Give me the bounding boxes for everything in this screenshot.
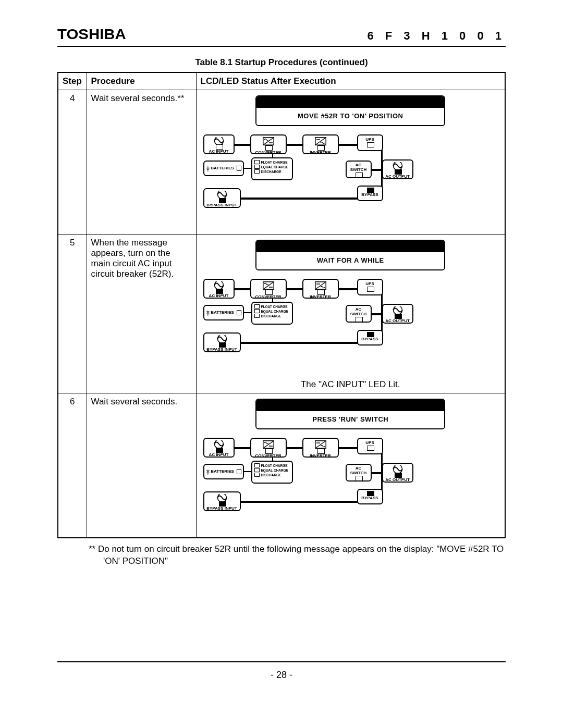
- block-ac-input: AC INPUT: [203, 438, 235, 458]
- svg-line-17: [263, 282, 274, 289]
- block-charge-modes: FLOAT CHARGE EQUAL CHARGE DISCHARGE: [251, 302, 293, 325]
- footnote: ** Do not turn on circuit breaker 52R un…: [89, 544, 506, 567]
- status-cell: MOVE #52R TO 'ON' POSITION AC INPUT CONV…: [196, 90, 505, 235]
- led-batteries: [237, 469, 241, 474]
- block-ups: UPS: [357, 438, 383, 454]
- block-batteries: BATTERIES: [203, 305, 244, 320]
- block-charge-modes: FLOAT CHARGE EQUAL CHARGE DISCHARGE: [251, 157, 293, 180]
- col-step: Step: [58, 72, 87, 90]
- block-bypass-input: BYPASS INPUT: [203, 491, 241, 511]
- status-diagram: WAIT FOR A WHILE AC INPUT CONVERTER INVE…: [201, 240, 501, 375]
- svg-line-2: [263, 138, 274, 145]
- block-ac-input: AC INPUT: [203, 279, 235, 299]
- lcd-display: WAIT FOR A WHILE: [255, 240, 445, 270]
- led-ac-switch: [356, 317, 363, 322]
- block-ups: UPS: [357, 279, 383, 295]
- led-ac-switch: [356, 172, 363, 178]
- block-ac-switch: AC SWITCH: [346, 161, 372, 178]
- svg-line-35: [315, 441, 326, 448]
- status-extra-text: The "AC INPUT" LED Lit.: [201, 379, 501, 390]
- block-ac-switch: AC SWITCH: [346, 464, 372, 482]
- block-batteries: BATTERIES: [203, 161, 244, 176]
- status-cell: WAIT FOR A WHILE AC INPUT CONVERTER INVE…: [196, 235, 505, 393]
- block-ac-switch: AC SWITCH: [346, 305, 372, 323]
- step-cell: 5: [58, 235, 87, 393]
- block-converter: CONVERTER: [250, 279, 287, 299]
- table-caption: Table 8.1 Startup Procedures (continued): [57, 57, 506, 68]
- block-ac-input: AC INPUT: [203, 134, 235, 154]
- block-ac-output: AC OUTPUT: [382, 159, 413, 179]
- lcd-black-bar: [256, 96, 444, 108]
- page-header: TOSHIBA 6 F 3 H 1 0 0 1: [57, 26, 506, 47]
- lcd-display: PRESS 'RUN' SWITCH: [255, 399, 445, 429]
- led-ups: [367, 142, 374, 147]
- led-batteries: [237, 310, 241, 315]
- document-number: 6 F 3 H 1 0 0 1: [367, 29, 506, 43]
- table-row: 4 Wait several seconds.** MOVE #52R TO '…: [58, 90, 505, 235]
- block-ac-output: AC OUTPUT: [382, 463, 413, 483]
- block-inverter: INVERTER: [302, 438, 339, 458]
- led-ac-switch: [356, 476, 363, 481]
- lcd-black-bar: [256, 400, 444, 411]
- procedure-cell: Wait several seconds.: [87, 393, 196, 538]
- lcd-message: PRESS 'RUN' SWITCH: [256, 411, 444, 428]
- lcd-message: MOVE #52R TO 'ON' POSITION: [256, 108, 444, 125]
- lcd-message: WAIT FOR A WHILE: [256, 252, 444, 269]
- step-cell: 4: [58, 90, 87, 235]
- block-inverter: INVERTER: [302, 279, 339, 299]
- table-row: 6 Wait several seconds. PRESS 'RUN' SWIT…: [58, 393, 505, 538]
- procedure-cell: Wait several seconds.**: [87, 90, 196, 235]
- status-diagram: MOVE #52R TO 'ON' POSITION AC INPUT CONV…: [201, 95, 501, 231]
- block-bypass: BYPASS: [357, 186, 383, 201]
- table-row: 5 When the message appears, turn on the …: [58, 235, 505, 393]
- status-cell: PRESS 'RUN' SWITCH AC INPUT CONVERTER IN…: [196, 393, 505, 538]
- page-footer: - 28 -: [57, 661, 506, 681]
- block-converter: CONVERTER: [250, 134, 287, 154]
- col-status: LCD/LED Status After Execution: [196, 72, 505, 90]
- block-bypass: BYPASS: [357, 330, 383, 346]
- status-diagram: PRESS 'RUN' SWITCH AC INPUT CONVERTER IN…: [201, 399, 501, 534]
- block-ups: UPS: [357, 134, 383, 151]
- led-batteries: [237, 166, 241, 171]
- block-inverter: INVERTER: [302, 134, 339, 154]
- block-bypass: BYPASS: [357, 489, 383, 504]
- block-bypass-input: BYPASS INPUT: [203, 188, 241, 208]
- col-procedure: Procedure: [87, 72, 196, 90]
- step-cell: 6: [58, 393, 87, 538]
- svg-line-5: [315, 138, 326, 145]
- brand-logo: TOSHIBA: [57, 26, 126, 43]
- lcd-black-bar: [256, 241, 444, 252]
- block-converter: CONVERTER: [250, 438, 287, 458]
- svg-line-20: [315, 282, 326, 289]
- lcd-display: MOVE #52R TO 'ON' POSITION: [255, 95, 445, 126]
- procedure-cell: When the message appears, turn on the ma…: [87, 235, 196, 393]
- block-batteries: BATTERIES: [203, 464, 244, 479]
- led-ups: [367, 446, 374, 451]
- startup-procedures-table: Step Procedure LCD/LED Status After Exec…: [57, 72, 506, 538]
- block-ac-output: AC OUTPUT: [382, 304, 413, 324]
- led-ups: [367, 287, 374, 292]
- block-bypass-input: BYPASS INPUT: [203, 332, 241, 352]
- svg-line-32: [263, 441, 274, 448]
- page-number: - 28 -: [271, 670, 292, 680]
- block-charge-modes: FLOAT CHARGE EQUAL CHARGE DISCHARGE: [251, 461, 293, 484]
